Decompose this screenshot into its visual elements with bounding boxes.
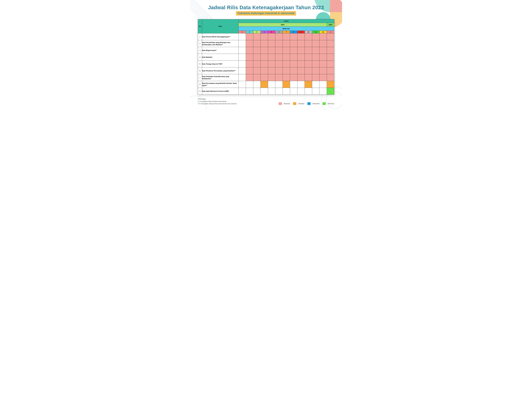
header-month-3: 3 xyxy=(253,31,261,33)
table-row: 8Data Perusahaan yang Memiliki Struktur … xyxy=(198,81,334,88)
row-label: Data Mediator xyxy=(202,54,238,61)
row-no: 9 xyxy=(198,88,202,95)
schedule-cell xyxy=(327,88,334,95)
header-data: Data xyxy=(202,19,238,33)
header-month-4: 4 xyxy=(261,31,268,33)
page-title: Jadwal Rilis Data Ketenagakerjaan Tahun … xyxy=(195,5,337,10)
schedule-cell xyxy=(238,40,246,47)
schedule-cell xyxy=(238,54,246,61)
footer-notes: Keterangan : (*) merupakan data priorita… xyxy=(198,98,237,105)
header-month-6: 6 xyxy=(275,31,283,33)
schedule-cell xyxy=(319,61,327,67)
row-label: Data Upah Minimum Provinsi (UMP) xyxy=(202,88,238,95)
row-no: 5 xyxy=(198,61,202,67)
schedule-cell xyxy=(261,88,268,95)
schedule-cell xyxy=(290,81,297,88)
schedule-cell xyxy=(327,81,334,88)
schedule-cell xyxy=(305,61,312,67)
schedule-cell xyxy=(246,67,253,74)
schedule-cell xyxy=(275,81,283,88)
row-label: Data Perjanjian Kerja Bersama yang Didaf… xyxy=(202,74,238,81)
schedule-cell xyxy=(275,54,283,61)
schedule-cell xyxy=(312,40,319,47)
schedule-cell xyxy=(261,47,268,54)
schedule-cell xyxy=(275,33,283,40)
header-month-1: 1 xyxy=(238,31,246,33)
schedule-cell xyxy=(268,40,275,47)
header-month-7: 7 xyxy=(283,31,290,33)
header-no: No xyxy=(198,19,202,33)
schedule-cell xyxy=(297,47,305,54)
table-header: No Data Tahun 2023 2024 Bulan Ke- 1 2 3 … xyxy=(198,19,334,33)
header-month-12: 12 xyxy=(319,31,327,33)
schedule-cell xyxy=(312,54,319,61)
table-row: 4Data Mediator xyxy=(198,54,334,61)
schedule-cell xyxy=(319,33,327,40)
schedule-cell xyxy=(238,33,246,40)
schedule-cell xyxy=(253,74,261,81)
swatch-tahunan xyxy=(323,102,326,105)
schedule-cell xyxy=(290,88,297,95)
legend-tahunan-label: : Tahunan xyxy=(327,103,334,105)
schedule-cell xyxy=(290,54,297,61)
row-no: 7 xyxy=(198,74,202,81)
schedule-cell xyxy=(238,88,246,95)
schedule-cell xyxy=(319,47,327,54)
schedule-cell xyxy=(253,54,261,61)
schedule-cell xyxy=(238,61,246,67)
header-month-5: 5 xyxy=(268,31,275,33)
schedule-cell xyxy=(327,33,334,40)
swatch-triwulan xyxy=(293,102,296,105)
schedule-cell xyxy=(268,61,275,67)
header-year-2023: 2023 xyxy=(238,23,327,27)
footnote-2: (**) merupakan data prioritas kementeria… xyxy=(198,102,237,105)
schedule-cell xyxy=(268,54,275,61)
schedule-cell xyxy=(238,74,246,81)
schedule-cell xyxy=(261,54,268,61)
schedule-cell xyxy=(290,74,297,81)
schedule-cell xyxy=(238,81,246,88)
schedule-cell xyxy=(312,67,319,74)
schedule-cell xyxy=(268,67,275,74)
schedule-cell xyxy=(253,40,261,47)
table-row: 3Data Mogok Kerja** xyxy=(198,47,334,54)
schedule-cell xyxy=(275,40,283,47)
schedule-cell xyxy=(246,40,253,47)
schedule-cell xyxy=(275,47,283,54)
schedule-cell xyxy=(305,74,312,81)
row-label: Data Mogok Kerja** xyxy=(202,47,238,54)
schedule-cell xyxy=(261,40,268,47)
schedule-cell xyxy=(283,54,290,61)
row-no: 4 xyxy=(198,54,202,61)
schedule-cell xyxy=(290,67,297,74)
row-no: 6 xyxy=(198,67,202,74)
schedule-cell xyxy=(238,67,246,74)
swatch-semester xyxy=(307,102,311,105)
schedule-cell xyxy=(312,33,319,40)
row-no: 1 xyxy=(198,33,202,40)
table-row: 6Data Peraturan Perusahaan yang Disahkan… xyxy=(198,67,334,74)
schedule-cell xyxy=(297,74,305,81)
schedule-cell xyxy=(319,67,327,74)
schedule-cell xyxy=(319,40,327,47)
legend-semester-label: : Semester xyxy=(312,103,320,105)
schedule-cell xyxy=(297,40,305,47)
row-no: 8 xyxy=(198,81,202,88)
schedule-cell xyxy=(246,47,253,54)
schedule-cell xyxy=(275,67,283,74)
row-no: 2 xyxy=(198,40,202,47)
header-month-9: 9 xyxy=(297,31,305,33)
schedule-cell xyxy=(327,47,334,54)
schedule-cell xyxy=(305,54,312,61)
schedule-cell xyxy=(290,47,297,54)
table-row: 2Data Perselisihan yang Ditangani dan Di… xyxy=(198,40,334,47)
schedule-cell xyxy=(246,74,253,81)
schedule-table-card: No Data Tahun 2023 2024 Bulan Ke- 1 2 3 … xyxy=(198,19,334,95)
schedule-cell xyxy=(246,61,253,67)
row-label: Data Perusahaan yang Memiliki Struktur S… xyxy=(202,81,238,88)
schedule-cell xyxy=(238,47,246,54)
schedule-cell xyxy=(283,67,290,74)
schedule-cell xyxy=(305,40,312,47)
schedule-cell xyxy=(246,88,253,95)
schedule-cell xyxy=(327,40,334,47)
